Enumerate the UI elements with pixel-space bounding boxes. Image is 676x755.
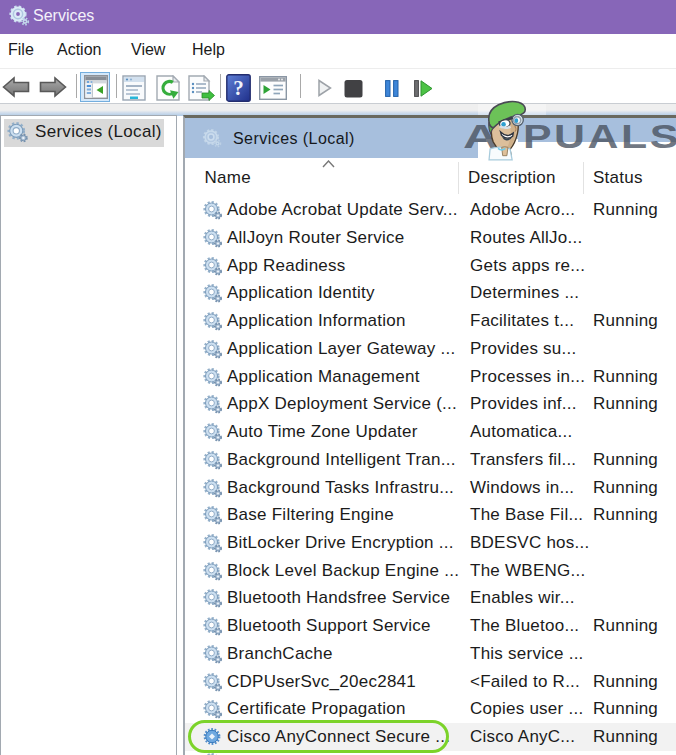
svg-text:?: ? [233, 76, 244, 100]
